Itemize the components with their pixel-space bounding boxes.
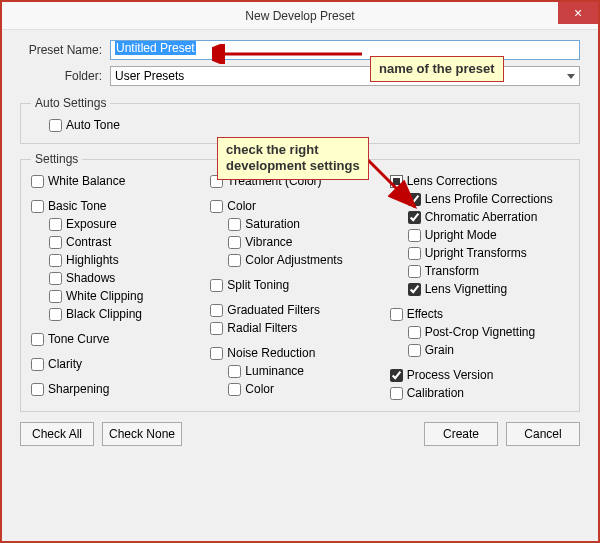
lens-vignetting-checkbox[interactable] <box>408 283 421 296</box>
right-buttons: Create Cancel <box>424 422 580 446</box>
saturation-checkbox[interactable] <box>228 218 241 231</box>
auto-tone-checkbox[interactable] <box>49 119 62 132</box>
split-toning-label: Split Toning <box>227 277 289 294</box>
transform-checkbox[interactable] <box>408 265 421 278</box>
radial-filters-label: Radial Filters <box>227 320 297 337</box>
shadows-checkbox[interactable] <box>49 272 62 285</box>
radial-filters-checkbox[interactable] <box>210 322 223 335</box>
post-crop-vignetting-checkbox[interactable] <box>408 326 421 339</box>
upright-mode-checkbox[interactable] <box>408 229 421 242</box>
contrast-checkbox[interactable] <box>49 236 62 249</box>
graduated-filters-label: Graduated Filters <box>227 302 320 319</box>
lens-corrections-checkbox[interactable] <box>390 175 403 188</box>
tone-curve-checkbox[interactable] <box>31 333 44 346</box>
lens-corrections-label: Lens Corrections <box>407 173 498 190</box>
shadows-label: Shadows <box>66 270 115 287</box>
folder-label: Folder: <box>20 69 110 83</box>
process-version-checkbox[interactable] <box>390 369 403 382</box>
effects-checkbox[interactable] <box>390 308 403 321</box>
preset-name-label: Preset Name: <box>20 43 110 57</box>
preset-name-value: Untitled Preset <box>115 41 196 55</box>
post-crop-vignetting-label: Post-Crop Vignetting <box>425 324 536 341</box>
chromatic-aberration-label: Chromatic Aberration <box>425 209 538 226</box>
check-all-button[interactable]: Check All <box>20 422 94 446</box>
noise-color-checkbox[interactable] <box>228 383 241 396</box>
luminance-label: Luminance <box>245 363 304 380</box>
color-adjustments-checkbox[interactable] <box>228 254 241 267</box>
effects-label: Effects <box>407 306 443 323</box>
color-checkbox[interactable] <box>210 200 223 213</box>
luminance-checkbox[interactable] <box>228 365 241 378</box>
window-title: New Develop Preset <box>245 9 354 23</box>
preset-name-input[interactable]: Untitled Preset <box>110 40 580 60</box>
close-icon: × <box>574 5 582 21</box>
annotation-settings-callout: check the right development settings <box>217 137 369 180</box>
auto-tone-label: Auto Tone <box>66 117 120 134</box>
close-button[interactable]: × <box>558 2 598 24</box>
auto-tone-checkbox-row: Auto Tone <box>49 117 569 134</box>
white-balance-label: White Balance <box>48 173 125 190</box>
settings-col-1: White Balance Basic Tone Exposure Contra… <box>31 172 210 403</box>
chromatic-aberration-checkbox[interactable] <box>408 211 421 224</box>
sharpening-label: Sharpening <box>48 381 109 398</box>
color-adjustments-label: Color Adjustments <box>245 252 342 269</box>
left-buttons: Check All Check None <box>20 422 182 446</box>
graduated-filters-checkbox[interactable] <box>210 304 223 317</box>
lens-profile-checkbox[interactable] <box>408 193 421 206</box>
create-button[interactable]: Create <box>424 422 498 446</box>
highlights-label: Highlights <box>66 252 119 269</box>
color-label: Color <box>227 198 256 215</box>
calibration-checkbox[interactable] <box>390 387 403 400</box>
sharpening-checkbox[interactable] <box>31 383 44 396</box>
settings-group: Settings White Balance Basic Tone Exposu… <box>20 152 580 412</box>
process-version-label: Process Version <box>407 367 494 384</box>
transform-label: Transform <box>425 263 479 280</box>
split-toning-checkbox[interactable] <box>210 279 223 292</box>
basic-tone-label: Basic Tone <box>48 198 106 215</box>
settings-col-3: Lens Corrections Lens Profile Correction… <box>390 172 569 403</box>
highlights-checkbox[interactable] <box>49 254 62 267</box>
upright-mode-label: Upright Mode <box>425 227 497 244</box>
settings-col-2: Treatment (Color) Color Saturation Vibra… <box>210 172 389 403</box>
contrast-label: Contrast <box>66 234 111 251</box>
check-none-button[interactable]: Check None <box>102 422 182 446</box>
folder-value: User Presets <box>115 69 184 83</box>
white-clipping-checkbox[interactable] <box>49 290 62 303</box>
saturation-label: Saturation <box>245 216 300 233</box>
annotation-name-text: name of the preset <box>379 61 495 76</box>
settings-columns: White Balance Basic Tone Exposure Contra… <box>31 172 569 403</box>
dialog-content: Preset Name: Untitled Preset Folder: Use… <box>2 30 598 460</box>
lens-vignetting-label: Lens Vignetting <box>425 281 508 298</box>
titlebar: New Develop Preset × <box>2 2 598 30</box>
annotation-settings-text: check the right development settings <box>226 142 360 173</box>
vibrance-checkbox[interactable] <box>228 236 241 249</box>
settings-legend: Settings <box>31 152 82 166</box>
noise-reduction-label: Noise Reduction <box>227 345 315 362</box>
annotation-name-callout: name of the preset <box>370 56 504 82</box>
grain-checkbox[interactable] <box>408 344 421 357</box>
grain-label: Grain <box>425 342 454 359</box>
lens-profile-label: Lens Profile Corrections <box>425 191 553 208</box>
white-balance-checkbox[interactable] <box>31 175 44 188</box>
dialog-footer: Check All Check None Create Cancel <box>20 422 580 446</box>
clarity-checkbox[interactable] <box>31 358 44 371</box>
exposure-label: Exposure <box>66 216 117 233</box>
tone-curve-label: Tone Curve <box>48 331 109 348</box>
upright-transforms-label: Upright Transforms <box>425 245 527 262</box>
black-clipping-checkbox[interactable] <box>49 308 62 321</box>
folder-select[interactable]: User Presets <box>110 66 580 86</box>
noise-reduction-checkbox[interactable] <box>210 347 223 360</box>
basic-tone-checkbox[interactable] <box>31 200 44 213</box>
clarity-label: Clarity <box>48 356 82 373</box>
black-clipping-label: Black Clipping <box>66 306 142 323</box>
cancel-button[interactable]: Cancel <box>506 422 580 446</box>
exposure-checkbox[interactable] <box>49 218 62 231</box>
white-clipping-label: White Clipping <box>66 288 143 305</box>
vibrance-label: Vibrance <box>245 234 292 251</box>
upright-transforms-checkbox[interactable] <box>408 247 421 260</box>
dialog-window: New Develop Preset × Preset Name: Untitl… <box>0 0 600 543</box>
auto-settings-legend: Auto Settings <box>31 96 110 110</box>
calibration-label: Calibration <box>407 385 464 402</box>
noise-color-label: Color <box>245 381 274 398</box>
